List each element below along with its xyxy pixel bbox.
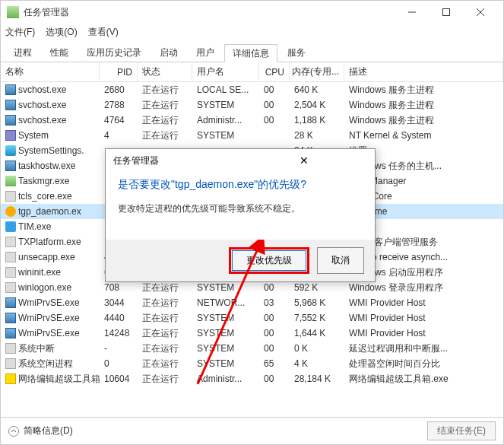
app-icon	[7, 6, 19, 18]
process-icon	[5, 206, 16, 217]
menu-view[interactable]: 查看(V)	[88, 26, 119, 39]
cell-mem: 7,552 K	[290, 313, 344, 323]
table-row[interactable]: svchost.exe2788正在运行SYSTEM002,504 KWindow…	[1, 97, 503, 113]
cell-user: Administr...	[192, 115, 259, 126]
cell-state: 正在运行	[138, 84, 192, 97]
cell-user: SYSTEM	[192, 358, 259, 369]
cell-mem: 28,184 K	[290, 373, 344, 384]
header-desc[interactable]: 描述	[344, 62, 503, 81]
process-icon	[5, 267, 16, 278]
cell-state: 正在运行	[138, 312, 192, 325]
cell-desc: 处理器空闲时间百分比	[344, 358, 503, 370]
window-controls	[395, 2, 497, 23]
process-name: svchost.exe	[18, 115, 66, 126]
dialog-close-button[interactable]: ✕	[240, 154, 367, 167]
process-icon	[5, 100, 16, 110]
cell-pid: -	[100, 343, 138, 354]
tab-详细信息[interactable]: 详细信息	[224, 44, 277, 62]
table-row[interactable]: WmiPrvSE.exe14248正在运行SYSTEM001,644 KWMI …	[1, 326, 503, 341]
cell-mem: 28 K	[290, 130, 344, 141]
dialog-question: 是否要更改"tgp_daemon.exe"的优先级?	[118, 178, 363, 192]
process-name: WmiPrvSE.exe	[18, 297, 80, 308]
process-icon	[5, 297, 16, 308]
cell-desc: WMI Provider Host	[344, 313, 503, 323]
cell-mem: 592 K	[290, 282, 344, 293]
tab-应用历史记录[interactable]: 应用历史记录	[78, 43, 150, 62]
tab-进程[interactable]: 进程	[5, 43, 40, 62]
cell-mem: 5,968 K	[290, 297, 344, 308]
process-icon	[5, 84, 16, 95]
process-icon	[5, 252, 16, 262]
table-row[interactable]: winlogon.exe708正在运行SYSTEM00592 KWindows …	[1, 280, 503, 295]
table-row[interactable]: WmiPrvSE.exe4440正在运行SYSTEM007,552 KWMI P…	[1, 310, 503, 326]
cancel-button[interactable]: 取消	[317, 247, 364, 274]
process-icon	[5, 221, 16, 232]
menu-options[interactable]: 选项(O)	[46, 26, 77, 39]
cell-state: 正在运行	[138, 99, 192, 112]
minimize-button[interactable]	[395, 2, 429, 23]
tab-性能[interactable]: 性能	[42, 43, 77, 62]
header-cpu[interactable]: CPU	[259, 62, 290, 81]
header-name[interactable]: 名称	[1, 62, 100, 81]
table-row[interactable]: 系统中断-正在运行SYSTEM000 K延迟过程调用和中断服...	[1, 341, 503, 356]
cell-mem: 0 K	[290, 343, 344, 354]
cell-state: 正在运行	[138, 297, 192, 310]
process-name: WmiPrvSE.exe	[18, 328, 80, 339]
process-name: TXPlatform.exe	[18, 237, 81, 247]
cell-mem: 1,188 K	[290, 115, 344, 126]
cell-cpu: 00	[259, 313, 290, 323]
dialog-title-text: 任务管理器	[113, 154, 240, 167]
process-icon	[5, 343, 16, 354]
table-row[interactable]: System4正在运行SYSTEM28 KNT Kernel & System	[1, 128, 503, 143]
cell-user: LOCAL SE...	[192, 84, 259, 95]
menu-file[interactable]: 文件(F)	[5, 26, 35, 39]
cell-cpu: 00	[259, 343, 290, 354]
cell-mem: 2,504 K	[290, 100, 344, 110]
table-row[interactable]: svchost.exe4764正在运行Administr...001,188 K…	[1, 113, 503, 128]
confirm-button[interactable]: 更改优先级	[232, 250, 306, 271]
cell-desc: NT Kernel & System	[344, 130, 503, 141]
process-name: 系统中断	[18, 342, 55, 355]
tab-服务[interactable]: 服务	[279, 43, 314, 62]
process-icon	[5, 237, 16, 247]
titlebar: 任务管理器	[1, 1, 503, 24]
cell-state: 正在运行	[138, 358, 192, 370]
cell-user: SYSTEM	[192, 328, 259, 339]
process-name: tgp_daemon.ex	[18, 206, 81, 217]
cell-state: 正在运行	[138, 281, 192, 294]
cell-pid: 4440	[100, 313, 138, 323]
tabs: 进程性能应用历史记录启动用户详细信息服务	[1, 40, 503, 62]
table-row[interactable]: 系统空闲进程0正在运行SYSTEM654 K处理器空闲时间百分比	[1, 356, 503, 371]
header-mem[interactable]: 内存(专用...	[290, 62, 344, 81]
confirm-dialog: 任务管理器 ✕ 是否要更改"tgp_daemon.exe"的优先级? 更改特定进…	[105, 148, 376, 282]
end-task-button[interactable]: 结束任务(E)	[427, 421, 496, 440]
cell-state: 正在运行	[138, 373, 192, 386]
cell-cpu: 00	[259, 100, 290, 110]
process-icon	[5, 191, 16, 202]
cell-cpu: 65	[259, 358, 290, 369]
dialog-buttons: 更改优先级 取消	[106, 240, 375, 281]
window-title: 任务管理器	[24, 6, 395, 19]
process-name: SystemSettings.	[18, 145, 84, 156]
header-user[interactable]: 用户名	[192, 62, 259, 81]
header-state[interactable]: 状态	[138, 62, 192, 81]
cell-pid: 2788	[100, 100, 138, 110]
maximize-button[interactable]	[429, 2, 463, 23]
table-row[interactable]: svchost.exe2680正在运行LOCAL SE...00640 KWin…	[1, 82, 503, 97]
header-pid[interactable]: PID	[100, 62, 138, 81]
cell-cpu: 00	[259, 115, 290, 126]
chevron-up-icon	[8, 426, 19, 437]
cell-desc: 网络编辑超级工具箱.exe	[344, 373, 503, 386]
cell-user: NETWOR...	[192, 297, 259, 308]
cell-desc: Windows 服务主进程	[344, 114, 503, 127]
process-name: svchost.exe	[18, 100, 66, 110]
table-row[interactable]: 网络编辑超级工具箱10604正在运行Administr...0028,184 K…	[1, 371, 503, 386]
tab-启动[interactable]: 启动	[151, 43, 186, 62]
close-button[interactable]	[463, 2, 497, 23]
table-row[interactable]: WmiPrvSE.exe3044正在运行NETWOR...035,968 KWM…	[1, 295, 503, 310]
process-icon	[5, 161, 16, 171]
cell-pid: 0	[100, 358, 138, 369]
cell-desc: WMI Provider Host	[344, 297, 503, 308]
fewer-details[interactable]: 简略信息(D)	[8, 424, 73, 437]
tab-用户[interactable]: 用户	[188, 43, 223, 62]
